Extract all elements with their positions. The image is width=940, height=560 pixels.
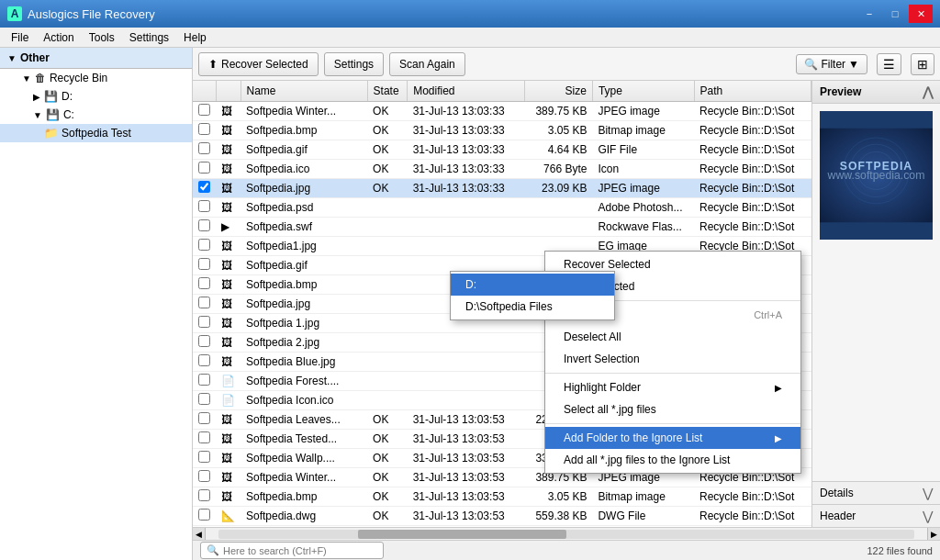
horizontal-scrollbar[interactable]: ◀ ▶ — [193, 527, 940, 540]
row-checkbox-0[interactable] — [198, 104, 210, 116]
scroll-track[interactable] — [218, 530, 914, 539]
scroll-right-btn[interactable]: ▶ — [927, 528, 940, 541]
view-details-button[interactable]: ☰ — [877, 53, 901, 75]
search-input[interactable] — [223, 545, 361, 556]
col-state-header[interactable]: State — [367, 81, 408, 102]
tree-item-drive-c[interactable]: ▼ 💾 C: — [0, 106, 192, 124]
row-checkbox-17[interactable] — [198, 431, 210, 443]
row-checkbox-15[interactable] — [198, 393, 210, 405]
row-check-2[interactable] — [193, 140, 216, 160]
ctx-select-jpg-files[interactable]: Select all *.jpg files — [545, 398, 800, 420]
row-checkbox-6[interactable] — [198, 219, 210, 231]
row-check-3[interactable] — [193, 160, 216, 179]
row-checkbox-16[interactable] — [198, 412, 210, 424]
table-row[interactable]: 🖼 Softpedia.jpg OK 31-Jul-13 13:03:33 23… — [193, 179, 811, 198]
row-checkbox-11[interactable] — [198, 316, 210, 328]
maximize-button[interactable]: □ — [883, 5, 907, 23]
row-check-8[interactable] — [193, 256, 216, 275]
preview-collapse-icon[interactable]: ⋀ — [923, 84, 933, 99]
scroll-left-btn[interactable]: ◀ — [193, 528, 206, 541]
row-check-18[interactable] — [193, 449, 216, 468]
minimize-button[interactable]: − — [857, 5, 881, 23]
ctx-highlight-folder[interactable]: Highlight Folder ▶ — [545, 376, 800, 398]
tree-item-softpedia-test[interactable]: 📁 Softpedia Test — [0, 124, 192, 142]
col-name-header[interactable]: Name — [241, 81, 367, 102]
row-checkbox-20[interactable] — [198, 489, 210, 501]
row-check-16[interactable] — [193, 410, 216, 430]
table-row[interactable]: 🖼 Softpedia.gif OK 31-Jul-13 13:03:33 4.… — [193, 140, 811, 160]
row-check-19[interactable] — [193, 468, 216, 487]
row-checkbox-9[interactable] — [198, 277, 210, 289]
col-size-header[interactable]: Size — [524, 81, 592, 102]
menu-help[interactable]: Help — [176, 28, 214, 47]
row-check-20[interactable] — [193, 487, 216, 507]
menu-action[interactable]: Action — [36, 28, 81, 47]
search-box[interactable]: 🔍 — [200, 542, 384, 559]
row-check-1[interactable] — [193, 121, 216, 140]
table-row[interactable]: 🖼 Softpedia.gif OK 31-Jul-13 13:03:53 4.… — [193, 526, 811, 528]
table-row[interactable]: 🖼 Softpedia.psd Adobe Photosh... Recycle… — [193, 198, 811, 218]
menu-tools[interactable]: Tools — [82, 28, 122, 47]
row-state-13 — [367, 353, 408, 372]
recover-selected-button[interactable]: ⬆ Recover Selected — [198, 52, 319, 76]
row-checkbox-10[interactable] — [198, 297, 210, 308]
row-checkbox-21[interactable] — [198, 509, 210, 521]
row-check-21[interactable] — [193, 507, 216, 526]
tree-item-recycle-bin[interactable]: ▼ 🗑 Recycle Bin — [0, 69, 192, 87]
menu-settings[interactable]: Settings — [122, 28, 176, 47]
row-checkbox-14[interactable] — [198, 374, 210, 386]
row-check-12[interactable] — [193, 333, 216, 353]
row-check-14[interactable] — [193, 372, 216, 391]
col-modified-header[interactable]: Modified — [408, 81, 524, 102]
details-collapse-icon[interactable]: ⋁ — [923, 486, 933, 500]
row-check-13[interactable] — [193, 353, 216, 372]
submenu-d-softpedia-files[interactable]: D:\Softpedia Files — [451, 296, 614, 318]
row-check-6[interactable] — [193, 218, 216, 237]
row-check-11[interactable] — [193, 314, 216, 333]
row-check-4[interactable] — [193, 179, 216, 198]
view-icons-button[interactable]: ⊞ — [911, 53, 934, 75]
row-check-10[interactable] — [193, 295, 216, 314]
row-check-22[interactable] — [193, 526, 216, 528]
table-row[interactable]: 🖼 Softpedia.bmp OK 31-Jul-13 13:03:53 3.… — [193, 487, 811, 507]
ctx-invert-selection[interactable]: Invert Selection — [545, 348, 800, 370]
table-row[interactable]: 🖼 Softpedia.ico OK 31-Jul-13 13:03:33 76… — [193, 160, 811, 179]
row-checkbox-2[interactable] — [198, 142, 210, 154]
filter-button[interactable]: 🔍 Filter ▼ — [796, 54, 867, 74]
row-check-17[interactable] — [193, 430, 216, 449]
row-checkbox-18[interactable] — [198, 451, 210, 463]
row-checkbox-12[interactable] — [198, 335, 210, 347]
row-checkbox-5[interactable] — [198, 200, 210, 212]
ctx-add-jpg-ignore[interactable]: Add all *.jpg files to the Ignore List — [545, 449, 800, 471]
tree-item-drive-d[interactable]: ▶ 💾 D: — [0, 87, 192, 106]
close-button[interactable]: ✕ — [909, 5, 933, 23]
title-bar-left: A Auslogics File Recovery — [7, 6, 155, 21]
scroll-thumb[interactable] — [358, 530, 566, 539]
row-check-15[interactable] — [193, 391, 216, 410]
table-row[interactable]: 🖼 Softpedia Winter... OK 31-Jul-13 13:03… — [193, 102, 811, 121]
row-checkbox-4[interactable] — [198, 181, 210, 193]
row-check-5[interactable] — [193, 198, 216, 218]
col-path-header[interactable]: Path — [694, 81, 811, 102]
row-check-0[interactable] — [193, 102, 216, 121]
row-checkbox-13[interactable] — [198, 354, 210, 366]
ctx-deselect-all[interactable]: Deselect All — [545, 326, 800, 348]
scan-again-button[interactable]: Scan Again — [389, 52, 465, 76]
row-check-9[interactable] — [193, 275, 216, 295]
row-checkbox-7[interactable] — [198, 239, 210, 251]
tree-root[interactable]: ▼ Other — [0, 48, 192, 69]
menu-file[interactable]: File — [4, 28, 36, 47]
row-checkbox-8[interactable] — [198, 258, 210, 270]
header-collapse-icon[interactable]: ⋁ — [923, 509, 933, 523]
ctx-add-folder-ignore[interactable]: Add Folder to the Ignore List ▶ — [545, 427, 800, 449]
settings-button[interactable]: Settings — [324, 52, 384, 76]
row-check-7[interactable] — [193, 237, 216, 256]
table-row[interactable]: 🖼 Softpedia.bmp OK 31-Jul-13 13:03:33 3.… — [193, 121, 811, 140]
table-row[interactable]: 📐 Softpedia.dwg OK 31-Jul-13 13:03:53 55… — [193, 507, 811, 526]
submenu-drive-d[interactable]: D: — [451, 274, 614, 296]
table-row[interactable]: ▶ Softpedia.swf Rockwave Flas... Recycle… — [193, 218, 811, 237]
row-checkbox-19[interactable] — [198, 470, 210, 482]
row-checkbox-1[interactable] — [198, 123, 210, 135]
row-checkbox-3[interactable] — [198, 162, 210, 174]
col-type-header[interactable]: Type — [592, 81, 694, 102]
